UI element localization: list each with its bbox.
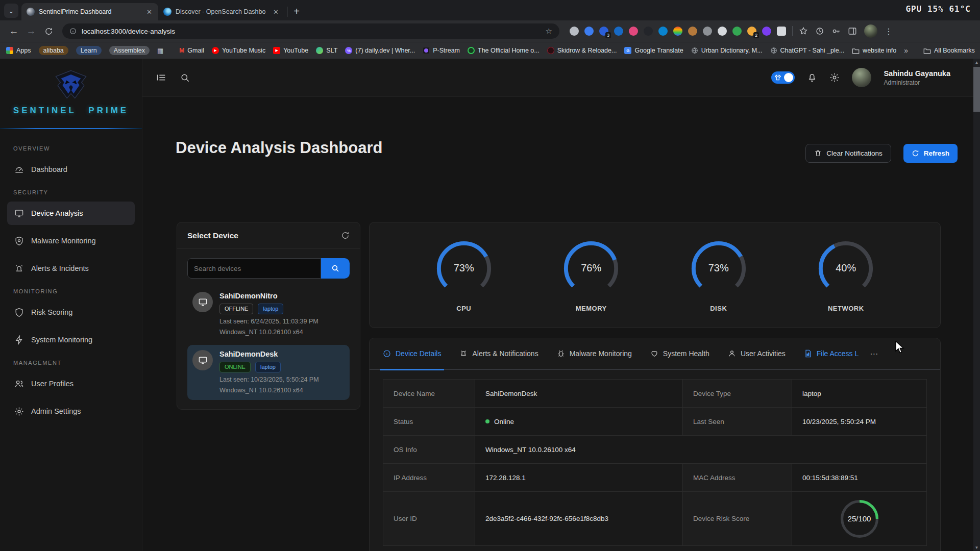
bookmark-learn[interactable]: Learn (76, 46, 102, 55)
extension-icon[interactable] (673, 27, 682, 36)
all-bookmarks-button[interactable]: All Bookmarks (923, 47, 975, 54)
browser-tab-active[interactable]: SentinelPrime Dashboard ✕ (21, 3, 158, 20)
sidebar-item-user-profiles[interactable]: User Profiles (7, 372, 135, 395)
sidebar-item-risk-scoring[interactable]: Risk Scoring (7, 300, 135, 324)
table-value: 10/23/2025, 5:50:24 PM (792, 408, 926, 436)
device-search-button[interactable] (321, 258, 350, 279)
extension-icon[interactable] (658, 27, 668, 36)
bookmark-official-home[interactable]: The Official Home o... (468, 47, 540, 54)
extension-icon[interactable] (688, 27, 697, 36)
bookmark-urban-dictionary[interactable]: Urban Dictionary, M... (691, 47, 763, 54)
dailydev-icon: % (345, 47, 352, 54)
extension-icon[interactable] (570, 27, 579, 36)
side-panel-icon[interactable] (848, 27, 857, 36)
extension-icon[interactable] (762, 27, 771, 36)
address-bar[interactable]: localhost:3000/device-analysis ☆ (62, 23, 559, 39)
refresh-button[interactable]: Refresh (903, 144, 958, 163)
theme-toggle[interactable] (771, 71, 795, 84)
favorites-icon[interactable] (799, 27, 808, 36)
bookmark-google-translate[interactable]: G Google Translate (624, 47, 683, 54)
sidebar-toggle-icon[interactable] (156, 72, 167, 83)
browser-menu-icon[interactable]: ⋮ (885, 27, 893, 36)
bookmark-skidrow[interactable]: Skidrow & Reloade... (547, 47, 617, 54)
sentinel-prime-logo (54, 70, 88, 99)
file-icon (804, 349, 812, 358)
gauge-label: DISK (680, 305, 757, 312)
slt-icon (316, 47, 323, 54)
device-list-item[interactable]: SahiDemonNitro OFFLINE laptop Last seen:… (187, 287, 350, 342)
site-info-icon[interactable] (69, 28, 77, 35)
extension-icon[interactable] (718, 27, 727, 36)
extension-icon[interactable] (629, 27, 638, 36)
sidebar-item-system-monitoring[interactable]: System Monitoring (7, 328, 135, 352)
history-icon[interactable] (815, 27, 824, 36)
bookmark-youtube-music[interactable]: ▶ YouTube Music (212, 47, 265, 54)
back-button[interactable]: ← (6, 23, 21, 39)
extension-icon[interactable] (777, 27, 786, 36)
scroll-up-arrow[interactable]: ▲ (973, 59, 980, 66)
extension-icon[interactable] (732, 27, 742, 36)
settings-gear-icon[interactable] (829, 72, 840, 83)
toolbar-right-icons: ⋮ (799, 24, 893, 38)
table-value: 2de3a5f2-c466-432f-92fc-656e1f8c8db3 (475, 492, 683, 545)
password-key-icon[interactable] (831, 27, 841, 36)
sidebar-item-admin-settings[interactable]: Admin Settings (7, 399, 135, 423)
notifications-bell-icon[interactable] (807, 72, 817, 83)
extension-icon[interactable] (614, 27, 623, 36)
device-list-refresh-icon[interactable] (341, 231, 350, 240)
sidebar-item-malware-monitoring[interactable]: Malware Monitoring (7, 229, 135, 253)
browser-profile-avatar[interactable] (864, 24, 877, 38)
scroll-down-arrow[interactable]: ▼ (973, 544, 980, 551)
extension-icon[interactable]: 2 (747, 27, 756, 36)
scrollbar-thumb[interactable] (973, 67, 980, 112)
bookmark-apps[interactable]: Apps (6, 47, 31, 54)
bookmark-slt[interactable]: SLT (316, 47, 337, 54)
sidebar-item-device-analysis[interactable]: Device Analysis (7, 202, 135, 225)
bookmark-label: The Official Home o... (478, 47, 540, 54)
tab-alerts-notifications[interactable]: Alerts & Notifications (459, 338, 538, 369)
search-icon[interactable] (180, 73, 190, 83)
reload-button[interactable] (41, 23, 56, 39)
gauge-label: MEMORY (553, 305, 629, 312)
gauge-network: 40% NETWORK (807, 238, 884, 312)
alarm-bell-icon (14, 264, 24, 273)
bookmark-pstream[interactable]: P-Stream (423, 47, 460, 54)
clear-notifications-button[interactable]: Clear Notifications (805, 144, 891, 163)
browser-tab-inactive[interactable]: Discover - OpenSearch Dashbo ✕ (158, 3, 285, 20)
tab-close-icon[interactable]: ✕ (145, 8, 153, 16)
tab-malware-monitoring[interactable]: Malware Monitoring (557, 338, 632, 369)
tab-file-access-logs[interactable]: File Access L (804, 338, 859, 369)
tab-device-details[interactable]: Device Details (383, 338, 441, 369)
bookmarks-overflow-icon[interactable]: » (904, 46, 908, 55)
extension-icon[interactable]: 3 (599, 27, 608, 36)
tab-close-icon[interactable]: ✕ (272, 8, 280, 16)
new-tab-button[interactable]: + (289, 4, 304, 18)
bookmark-folder-website-info[interactable]: website info (852, 47, 896, 54)
extension-icon[interactable] (703, 27, 712, 36)
extension-icon[interactable] (584, 27, 594, 36)
tab-user-activities[interactable]: User Activities (728, 338, 786, 369)
more-tabs-button[interactable]: ⋯ (870, 349, 878, 359)
bookmark-chatgpt[interactable]: ChatGPT - Sahi _ple... (770, 47, 845, 54)
device-list-item-selected[interactable]: SahiDemonDesk ONLINE laptop Last seen: 1… (187, 345, 350, 400)
bookmark-star-icon[interactable]: ☆ (546, 27, 552, 36)
tab-system-health[interactable]: System Health (650, 338, 709, 369)
shield-icon (14, 308, 24, 317)
bookmark-youtube[interactable]: ▶ YouTube (273, 47, 308, 54)
sidebar-item-alerts-incidents[interactable]: Alerts & Incidents (7, 257, 135, 280)
page-scrollbar[interactable]: ▲ ▼ (973, 59, 980, 551)
bookmark-grid-icon[interactable]: ▦ (157, 47, 164, 55)
bookmark-dailydev[interactable]: % (7) daily.dev | Wher... (345, 47, 415, 54)
youtube-icon: ▶ (273, 47, 280, 54)
bookmark-alibaba[interactable]: alibaba (39, 46, 68, 55)
extension-icon[interactable] (644, 27, 653, 36)
tab-search-button[interactable]: ⌄ (4, 4, 18, 18)
bookmark-assemblex[interactable]: Assemblex (109, 46, 150, 55)
forward-button[interactable]: → (23, 23, 39, 39)
device-search-input[interactable] (187, 258, 321, 279)
user-avatar[interactable] (852, 68, 871, 87)
gauge-memory: 76% MEMORY (553, 238, 629, 312)
button-label: Refresh (924, 149, 949, 157)
sidebar-item-dashboard[interactable]: Dashboard (7, 158, 135, 181)
bookmark-gmail[interactable]: M Gmail (179, 47, 204, 54)
